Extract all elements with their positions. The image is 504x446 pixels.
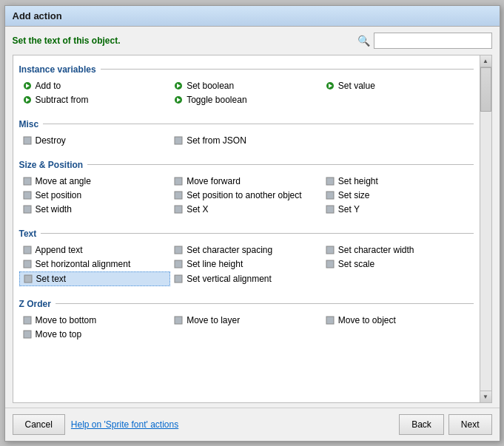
action-item-label: Set character spacing [187, 245, 272, 255]
dialog-footer: Cancel Help on 'Sprite font' actions Bac… [5, 408, 500, 441]
action-item[interactable]: Move to object [322, 314, 474, 327]
action-item-label: Set height [338, 176, 378, 186]
action-item-label: Set position [36, 190, 82, 200]
green-arrow-icon [173, 95, 184, 105]
section-title-size-position: Size & Position [19, 160, 88, 170]
action-item-label: Move forward [187, 176, 241, 186]
action-item[interactable]: Append text [19, 243, 171, 257]
svg-rect-17 [326, 192, 334, 199]
search-area: 🔍 [357, 33, 492, 49]
action-item[interactable]: Set vertical alignment [170, 271, 322, 286]
gray-square-icon [173, 315, 184, 325]
action-item[interactable]: Set character width [322, 243, 474, 257]
action-item[interactable]: Move at angle [19, 175, 171, 188]
gray-square-icon [22, 245, 33, 255]
action-item-label: Set Y [338, 204, 360, 214]
section-size-position: Size & Position Move at angle Move forwa… [13, 154, 480, 223]
svg-rect-16 [175, 192, 182, 199]
action-item[interactable]: Set position to another object [170, 189, 322, 202]
action-item[interactable]: Set character spacing [170, 243, 322, 257]
gray-square-icon [22, 329, 33, 339]
svg-rect-11 [175, 137, 182, 144]
dialog-title: Add action [5, 6, 500, 27]
footer-right: Back Next [399, 414, 491, 435]
gray-square-icon [22, 190, 33, 200]
gray-square-icon [325, 245, 335, 255]
action-item-label: Subtract from [36, 95, 89, 105]
scrollbar-thumb[interactable] [480, 67, 491, 112]
action-item-label: Append text [36, 245, 83, 255]
action-item[interactable]: Move forward [170, 175, 322, 188]
action-item[interactable]: Set horizontal alignment [19, 257, 171, 271]
description-label: Set the text of this object. [13, 36, 121, 46]
action-item[interactable]: Set from JSON [170, 134, 322, 147]
action-item[interactable]: Move to bottom [19, 314, 171, 327]
action-item-label: Set value [338, 81, 375, 91]
action-item[interactable]: Destroy [19, 134, 171, 147]
section-title-misc: Misc [19, 119, 44, 129]
svg-rect-25 [175, 260, 182, 268]
action-item-empty [322, 271, 474, 286]
gray-square-icon [325, 204, 335, 214]
action-item[interactable]: Set line height [170, 257, 322, 271]
svg-rect-32 [24, 331, 31, 338]
action-item[interactable]: Toggle boolean [170, 93, 322, 107]
svg-rect-13 [175, 178, 182, 185]
section-text: Text Append text Set character spacing S… [13, 223, 480, 293]
svg-rect-26 [326, 260, 334, 268]
green-arrow-icon [173, 81, 184, 91]
action-item[interactable]: Set text [19, 271, 171, 286]
gray-square-icon [22, 259, 33, 269]
action-item[interactable]: Set size [322, 189, 474, 202]
svg-rect-29 [24, 317, 31, 324]
scrollbar-up-button[interactable]: ▲ [480, 55, 491, 67]
action-item[interactable]: Subtract from [19, 93, 171, 107]
svg-rect-12 [24, 178, 31, 185]
section-header-misc: Misc [19, 119, 474, 129]
search-icon: 🔍 [357, 34, 371, 47]
gray-square-icon [22, 204, 33, 214]
action-item[interactable]: Set position [19, 189, 171, 202]
action-item-label: Move to bottom [36, 315, 97, 325]
action-item[interactable]: Set Y [322, 203, 474, 216]
scrollbar-track: ▲ ▼ [480, 55, 491, 402]
action-item-label: Set from JSON [187, 135, 246, 146]
action-item-label: Add to [36, 81, 61, 91]
action-item[interactable]: Set value [322, 79, 474, 92]
green-arrow-icon [325, 81, 335, 91]
scrollbar-down-button[interactable]: ▼ [480, 391, 491, 402]
action-item[interactable]: Set boolean [170, 79, 322, 92]
gray-square-icon [22, 315, 33, 325]
svg-rect-18 [24, 206, 31, 213]
action-item[interactable]: Set scale [322, 257, 474, 271]
action-item-label: Destroy [36, 135, 66, 146]
action-item-label: Set width [36, 204, 72, 214]
section-line-text [41, 233, 473, 234]
action-item[interactable]: Move to top [19, 328, 171, 341]
action-item[interactable]: Set width [19, 203, 171, 216]
back-button[interactable]: Back [399, 414, 444, 435]
gray-square-icon [325, 176, 335, 186]
cancel-button[interactable]: Cancel [13, 414, 65, 435]
svg-rect-19 [175, 206, 182, 213]
section-line-instance-variables [101, 69, 474, 70]
search-input[interactable] [374, 33, 492, 49]
action-item-label: Set X [187, 204, 208, 214]
gray-square-icon [325, 315, 335, 325]
svg-rect-22 [175, 246, 182, 254]
gray-square-icon [173, 190, 184, 200]
action-item-label: Move to layer [187, 315, 240, 325]
action-item[interactable]: Set X [170, 203, 322, 216]
gray-square-icon [325, 190, 335, 200]
svg-rect-23 [326, 246, 334, 254]
next-button[interactable]: Next [448, 414, 492, 435]
action-item[interactable]: Set height [322, 175, 474, 188]
action-item[interactable]: Add to [19, 79, 171, 92]
gray-square-icon [173, 204, 184, 214]
section-header-z-order: Z Order [19, 299, 474, 309]
action-item[interactable]: Move to layer [170, 314, 322, 327]
help-link[interactable]: Help on 'Sprite font' actions [71, 419, 178, 430]
svg-rect-31 [326, 317, 334, 324]
action-item-label: Set position to another object [187, 190, 301, 200]
description-row: Set the text of this object. 🔍 [13, 33, 492, 49]
